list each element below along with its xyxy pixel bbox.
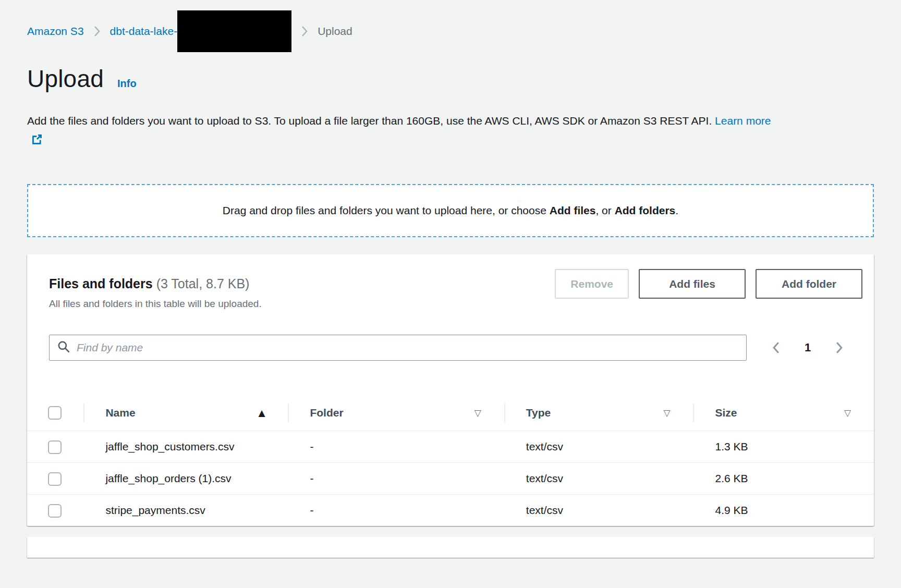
breadcrumb-bucket[interactable]: dbt-data-lake- xyxy=(110,25,178,38)
next-page-button[interactable] xyxy=(833,339,846,357)
file-folder-cell: - xyxy=(288,494,504,526)
chevron-right-icon xyxy=(301,25,308,38)
title-row: Upload Info xyxy=(27,65,874,93)
sort-unsorted-icon[interactable]: ▽ xyxy=(844,408,851,418)
column-header-type[interactable]: Type ▽ xyxy=(504,395,693,431)
info-link[interactable]: Info xyxy=(117,78,137,90)
column-header-folder[interactable]: Folder ▽ xyxy=(288,395,504,431)
file-size-cell: 2.6 KB xyxy=(693,462,874,494)
file-size-cell: 4.9 KB xyxy=(693,494,874,526)
panel-header: Files and folders (3 Total, 8.7 KB) All … xyxy=(27,275,874,310)
file-size-cell: 1.3 KB xyxy=(693,431,874,462)
file-name-cell: jaffle_shop_customers.csv xyxy=(105,438,242,456)
drag-and-drop-zone[interactable]: Drag and drop files and folders you want… xyxy=(27,184,874,237)
breadcrumb-current-upload: Upload xyxy=(318,25,352,38)
files-and-folders-panel: Files and folders (3 Total, 8.7 KB) All … xyxy=(27,254,874,526)
panel-title: Files and folders (3 Total, 8.7 KB) xyxy=(49,275,262,292)
table-header-row: Name ▲ Folder ▽ Type ▽ xyxy=(27,395,874,431)
previous-page-button[interactable] xyxy=(770,339,783,357)
dropzone-text: Drag and drop files and folders you want… xyxy=(223,204,678,217)
files-table: Name ▲ Folder ▽ Type ▽ xyxy=(27,395,874,526)
sort-ascending-icon[interactable]: ▲ xyxy=(258,408,265,418)
row-checkbox[interactable] xyxy=(48,440,62,454)
current-page-number[interactable]: 1 xyxy=(805,341,811,354)
breadcrumb: Amazon S3 dbt-data-lake- Upload xyxy=(27,21,874,42)
files-table-body: jaffle_shop_customers.csv - text/csv 1.3… xyxy=(27,431,874,526)
file-name-cell: jaffle_shop_orders (1).csv xyxy=(105,470,242,487)
learn-more-link[interactable]: Learn more xyxy=(715,115,771,127)
file-folder-cell: - xyxy=(288,431,504,462)
file-type-cell: text/csv xyxy=(504,462,693,494)
redacted-bucket-name xyxy=(177,10,291,52)
external-link-icon xyxy=(31,132,43,151)
panel-count-summary: (3 Total, 8.7 KB) xyxy=(156,276,250,291)
column-header-size[interactable]: Size ▽ xyxy=(693,395,874,431)
panel-actions: Remove Add files Add folder xyxy=(555,269,862,299)
pagination: 1 xyxy=(770,339,850,357)
select-all-checkbox[interactable] xyxy=(48,406,62,420)
description-text: Add the files and folders you want to up… xyxy=(27,115,712,127)
page-title: Upload xyxy=(27,65,104,93)
table-row[interactable]: stripe_payments.csv - text/csv 4.9 KB xyxy=(27,494,874,526)
table-row[interactable]: jaffle_shop_orders (1).csv - text/csv 2.… xyxy=(27,462,874,494)
column-header-name[interactable]: Name ▲ xyxy=(83,395,288,431)
search-box[interactable] xyxy=(49,335,747,361)
remove-button[interactable]: Remove xyxy=(555,269,629,299)
table-row[interactable]: jaffle_shop_customers.csv - text/csv 1.3… xyxy=(27,431,874,462)
add-folder-button[interactable]: Add folder xyxy=(756,269,862,299)
search-icon xyxy=(57,340,70,356)
search-input[interactable] xyxy=(77,341,739,354)
file-folder-cell: - xyxy=(288,462,504,494)
file-type-cell: text/csv xyxy=(504,431,693,462)
sort-unsorted-icon[interactable]: ▽ xyxy=(474,408,481,418)
page-description: Add the files and folders you want to up… xyxy=(27,112,784,151)
panel-title-text: Files and folders xyxy=(49,276,153,291)
row-checkbox[interactable] xyxy=(48,472,62,486)
file-type-cell: text/csv xyxy=(504,494,693,526)
row-checkbox[interactable] xyxy=(48,504,62,518)
panel-subtitle: All files and folders in this table will… xyxy=(49,298,262,310)
panel-title-block: Files and folders (3 Total, 8.7 KB) All … xyxy=(49,275,262,310)
add-files-button[interactable]: Add files xyxy=(639,269,746,299)
next-section-card-edge xyxy=(27,537,874,558)
sort-unsorted-icon[interactable]: ▽ xyxy=(663,408,670,418)
chevron-right-icon xyxy=(93,25,101,38)
breadcrumb-amazon-s3[interactable]: Amazon S3 xyxy=(27,25,84,38)
s3-upload-page: Amazon S3 dbt-data-lake- Upload Upload I… xyxy=(0,0,901,558)
file-name-cell: stripe_payments.csv xyxy=(105,501,242,519)
search-row: 1 xyxy=(27,335,874,361)
